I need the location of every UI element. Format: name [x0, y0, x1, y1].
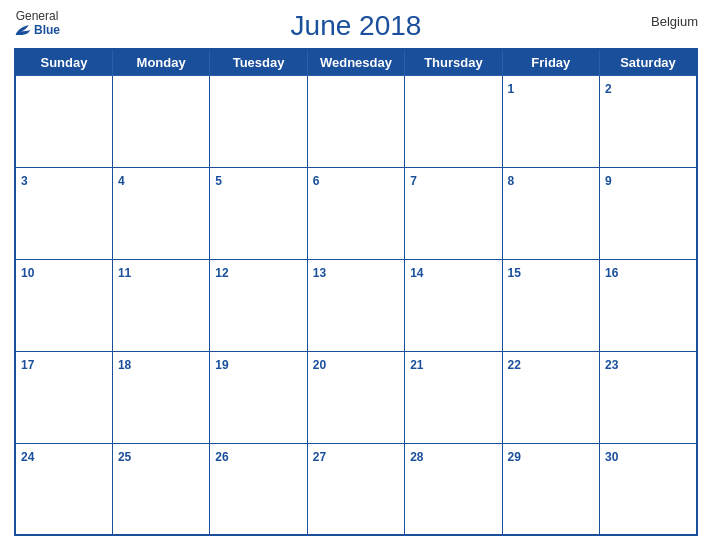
calendar-cell-1-6: 9 — [600, 167, 697, 259]
header-wednesday: Wednesday — [307, 49, 404, 76]
calendar-cell-1-1: 4 — [112, 167, 209, 259]
day-number-8: 8 — [508, 174, 515, 188]
calendar-cell-2-6: 16 — [600, 259, 697, 351]
calendar-cell-3-4: 21 — [405, 351, 502, 443]
calendar-cell-3-2: 19 — [210, 351, 307, 443]
day-number-27: 27 — [313, 450, 326, 464]
country-label: Belgium — [651, 14, 698, 29]
day-number-18: 18 — [118, 358, 131, 372]
day-number-7: 7 — [410, 174, 417, 188]
calendar-cell-2-2: 12 — [210, 259, 307, 351]
calendar-cell-3-0: 17 — [15, 351, 112, 443]
day-number-25: 25 — [118, 450, 131, 464]
day-number-14: 14 — [410, 266, 423, 280]
day-number-13: 13 — [313, 266, 326, 280]
calendar-cell-0-0 — [15, 76, 112, 168]
day-number-11: 11 — [118, 266, 131, 280]
calendar-cell-4-2: 26 — [210, 443, 307, 535]
calendar-container: General Blue June 2018 Belgium Sunday Mo… — [0, 0, 712, 550]
calendar-cell-2-4: 14 — [405, 259, 502, 351]
day-number-20: 20 — [313, 358, 326, 372]
calendar-cell-2-5: 15 — [502, 259, 599, 351]
calendar-cell-0-5: 1 — [502, 76, 599, 168]
day-number-15: 15 — [508, 266, 521, 280]
calendar-cell-0-6: 2 — [600, 76, 697, 168]
day-number-5: 5 — [215, 174, 222, 188]
day-number-19: 19 — [215, 358, 228, 372]
day-number-6: 6 — [313, 174, 320, 188]
logo-blue-text: Blue — [14, 23, 60, 37]
week-row-4: 17181920212223 — [15, 351, 697, 443]
header-monday: Monday — [112, 49, 209, 76]
calendar-cell-4-5: 29 — [502, 443, 599, 535]
day-number-22: 22 — [508, 358, 521, 372]
calendar-cell-3-5: 22 — [502, 351, 599, 443]
header-friday: Friday — [502, 49, 599, 76]
logo-blue-label: Blue — [34, 24, 60, 37]
header-thursday: Thursday — [405, 49, 502, 76]
day-number-23: 23 — [605, 358, 618, 372]
calendar-cell-1-4: 7 — [405, 167, 502, 259]
calendar-cell-4-0: 24 — [15, 443, 112, 535]
calendar-cell-1-3: 6 — [307, 167, 404, 259]
calendar-cell-0-2 — [210, 76, 307, 168]
calendar-cell-2-1: 11 — [112, 259, 209, 351]
header-tuesday: Tuesday — [210, 49, 307, 76]
day-number-9: 9 — [605, 174, 612, 188]
logo-bird-icon — [14, 23, 32, 37]
calendar-cell-4-6: 30 — [600, 443, 697, 535]
day-number-21: 21 — [410, 358, 423, 372]
day-number-30: 30 — [605, 450, 618, 464]
day-number-29: 29 — [508, 450, 521, 464]
day-number-4: 4 — [118, 174, 125, 188]
calendar-cell-4-3: 27 — [307, 443, 404, 535]
calendar-cell-2-3: 13 — [307, 259, 404, 351]
calendar-title: June 2018 — [291, 10, 422, 42]
day-number-26: 26 — [215, 450, 228, 464]
day-number-28: 28 — [410, 450, 423, 464]
calendar-cell-0-1 — [112, 76, 209, 168]
week-row-2: 3456789 — [15, 167, 697, 259]
calendar-cell-4-1: 25 — [112, 443, 209, 535]
day-number-2: 2 — [605, 82, 612, 96]
weekday-header-row: Sunday Monday Tuesday Wednesday Thursday… — [15, 49, 697, 76]
calendar-cell-1-0: 3 — [15, 167, 112, 259]
calendar-cell-1-2: 5 — [210, 167, 307, 259]
header-saturday: Saturday — [600, 49, 697, 76]
calendar-cell-2-0: 10 — [15, 259, 112, 351]
calendar-table: Sunday Monday Tuesday Wednesday Thursday… — [14, 48, 698, 536]
logo: General Blue — [14, 10, 60, 37]
header-sunday: Sunday — [15, 49, 112, 76]
calendar-cell-4-4: 28 — [405, 443, 502, 535]
day-number-12: 12 — [215, 266, 228, 280]
day-number-17: 17 — [21, 358, 34, 372]
calendar-cell-0-3 — [307, 76, 404, 168]
calendar-cell-1-5: 8 — [502, 167, 599, 259]
day-number-16: 16 — [605, 266, 618, 280]
calendar-body: 1234567891011121314151617181920212223242… — [15, 76, 697, 536]
day-number-1: 1 — [508, 82, 515, 96]
calendar-header: General Blue June 2018 Belgium — [14, 10, 698, 42]
week-row-1: 12 — [15, 76, 697, 168]
week-row-3: 10111213141516 — [15, 259, 697, 351]
logo-general-text: General — [16, 10, 59, 23]
day-number-24: 24 — [21, 450, 34, 464]
week-row-5: 24252627282930 — [15, 443, 697, 535]
calendar-cell-3-3: 20 — [307, 351, 404, 443]
calendar-cell-3-6: 23 — [600, 351, 697, 443]
calendar-cell-3-1: 18 — [112, 351, 209, 443]
day-number-10: 10 — [21, 266, 34, 280]
day-number-3: 3 — [21, 174, 28, 188]
calendar-cell-0-4 — [405, 76, 502, 168]
